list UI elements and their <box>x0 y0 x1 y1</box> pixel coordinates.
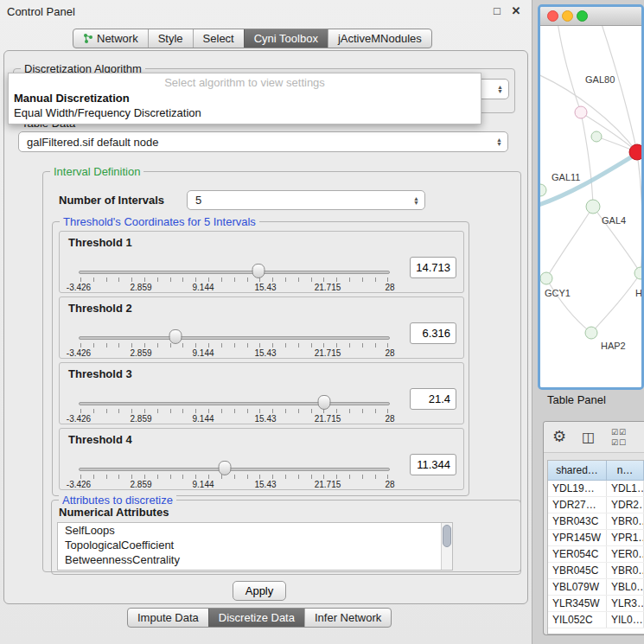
list-scrollbar[interactable] <box>441 523 452 570</box>
node-gal80[interactable] <box>575 106 587 118</box>
table-cell[interactable]: YLR345W <box>548 596 607 611</box>
threshold-slider[interactable]: -3.426 2.859 9.144 15.43 21.715 28 <box>79 363 390 425</box>
scale-label: 9.144 <box>192 348 214 358</box>
slider-thumb[interactable] <box>169 329 182 344</box>
minimize-traffic-light-icon[interactable] <box>562 10 573 22</box>
tab-discretize-data[interactable]: Discretize Data <box>208 609 304 627</box>
number-of-intervals-value: 5 <box>195 194 201 207</box>
scale-label: 28 <box>385 348 394 358</box>
node-gal11[interactable] <box>540 184 546 196</box>
slider-track[interactable] <box>79 271 390 274</box>
node-hap2[interactable] <box>585 327 597 339</box>
threshold-slider[interactable]: -3.426 2.859 9.144 15.43 21.715 28 <box>79 232 390 294</box>
select-columns-checkboxes-icon[interactable]: ☑☑ ☑☐ <box>611 427 627 448</box>
table-cell[interactable]: YDR2… <box>607 497 644 513</box>
threshold-slider[interactable]: -3.426 2.859 9.144 15.43 21.715 28 <box>79 429 390 491</box>
slider-track[interactable] <box>79 468 390 471</box>
numerical-attributes-heading: Numerical Attributes <box>59 506 169 519</box>
table-cell[interactable]: YIL052C <box>548 612 607 628</box>
dropdown-item-equal-width[interactable]: Equal Width/Frequency Discretization <box>9 105 481 120</box>
table-cell[interactable]: YER0… <box>607 546 644 562</box>
column-header[interactable]: n… <box>607 461 644 481</box>
table-row[interactable]: YDR27…YDR2… <box>548 497 644 513</box>
tab-infer-network[interactable]: Infer Network <box>304 609 391 627</box>
table-cell[interactable]: YBR045C <box>548 563 607 578</box>
threshold-value-input[interactable] <box>410 454 456 475</box>
tab-label: Cyni Toolbox <box>254 32 318 45</box>
scrollbar-thumb[interactable] <box>443 525 451 547</box>
slider-track[interactable] <box>79 336 390 340</box>
table-cell[interactable]: YDR27… <box>548 497 607 513</box>
table-row[interactable]: YBR045CYBR0… <box>548 563 644 579</box>
table-row[interactable]: YBR043CYBR0… <box>548 513 644 530</box>
table-cell[interactable]: YPR145W <box>548 530 607 545</box>
table-row[interactable]: YDL19…YDL1… <box>548 481 644 497</box>
node[interactable] <box>634 267 641 279</box>
node-gcy1[interactable] <box>540 272 552 284</box>
tab-network[interactable]: Network <box>73 29 148 48</box>
slider-scale: -3.426 2.859 9.144 15.43 21.715 28 <box>79 480 390 490</box>
attributes-group: Attributes to discretize Numerical Attri… <box>51 500 521 575</box>
slider-thumb[interactable] <box>219 461 232 475</box>
table-cell[interactable]: YPR1… <box>607 530 644 545</box>
network-canvas[interactable]: GAL80 GAL11 GAL4 GCY1 HAP2 H <box>540 26 641 387</box>
table-row[interactable]: YPR145WYPR1… <box>548 530 644 546</box>
table-cell[interactable]: YBR0… <box>607 563 644 578</box>
network-window-titlebar[interactable] <box>540 7 641 26</box>
columns-icon[interactable]: ◫ <box>582 429 595 445</box>
checkbox-row: ☑☑ <box>611 428 627 437</box>
control-panel-window: Control Panel □ ✕ Network Style Select C… <box>0 0 532 644</box>
tab-label: Infer Network <box>315 611 381 624</box>
slider-track[interactable] <box>79 402 390 405</box>
chevron-updown-icon: ▲▼ <box>496 137 502 146</box>
table-data-combobox[interactable]: galFiltered.sif default node ▲▼ <box>18 131 508 152</box>
list-item[interactable]: BetweennessCentrality <box>58 552 452 567</box>
list-item[interactable]: TopologicalCoefficient <box>58 538 452 552</box>
table-row[interactable]: YIL052CYIL0… <box>548 612 644 628</box>
column-header[interactable]: shared… <box>548 461 607 481</box>
table-row[interactable]: YBL079WYBL0… <box>548 579 644 596</box>
table-cell[interactable]: YIL0… <box>607 612 644 628</box>
table-row[interactable]: YER054CYER0… <box>548 546 644 563</box>
threshold-value-input[interactable] <box>410 388 456 410</box>
table-cell[interactable]: YDL19… <box>548 481 607 496</box>
close-icon[interactable]: ✕ <box>509 4 523 17</box>
scale-label: 2.859 <box>130 348 151 358</box>
table-cell[interactable]: YDL1… <box>607 481 644 496</box>
table-cell[interactable]: YBL0… <box>607 579 644 595</box>
scale-label: 21.715 <box>315 283 341 292</box>
node-selected[interactable] <box>629 144 641 160</box>
slider-thumb[interactable] <box>252 264 265 278</box>
tab-style[interactable]: Style <box>148 29 193 48</box>
number-of-intervals-combobox[interactable]: 5 ▲▼ <box>187 190 425 210</box>
slider-thumb[interactable] <box>318 395 331 410</box>
node[interactable] <box>591 131 602 142</box>
table-cell[interactable]: YBR0… <box>607 513 644 529</box>
tab-impute-data[interactable]: Impute Data <box>128 609 208 627</box>
table-cell[interactable]: YBR043C <box>548 513 607 529</box>
table-panel-window: ⚙ ◫ ☑☑ ☑☐ shared… n… YDL19…YDL1… YDR27…Y… <box>543 421 644 635</box>
tab-label: Style <box>158 32 183 45</box>
tab-jactivemnodules[interactable]: jActiveMNodules <box>328 29 431 48</box>
apply-button[interactable]: Apply <box>233 581 286 601</box>
threshold-value-input[interactable] <box>410 257 456 278</box>
zoom-traffic-light-icon[interactable] <box>577 10 588 22</box>
threshold-slider[interactable]: -3.426 2.859 9.144 15.43 21.715 28 <box>79 297 390 360</box>
list-item[interactable]: SelfLoops <box>58 523 452 538</box>
close-traffic-light-icon[interactable] <box>547 10 558 22</box>
minimize-icon[interactable]: □ <box>490 4 504 17</box>
gear-icon[interactable]: ⚙ <box>552 427 566 446</box>
table-row[interactable]: YLR345WYLR3… <box>548 596 644 612</box>
tab-cyni-toolbox[interactable]: Cyni Toolbox <box>244 29 328 48</box>
tab-label: jActiveMNodules <box>338 32 422 45</box>
threshold-value-input[interactable] <box>410 322 456 344</box>
table-cell[interactable]: YBL079W <box>548 579 607 595</box>
tab-select[interactable]: Select <box>193 29 244 48</box>
group-title: Attributes to discretize <box>59 494 176 507</box>
table-cell[interactable]: YLR3… <box>607 596 644 611</box>
cyni-bottom-tabs: Impute Data Discretize Data Infer Networ… <box>127 608 392 628</box>
table-cell[interactable]: YER054C <box>548 546 607 562</box>
slider-ticks <box>80 475 388 479</box>
node-gal4[interactable] <box>586 200 600 214</box>
dropdown-item-manual-discretization[interactable]: Manual Discretization <box>9 91 481 105</box>
